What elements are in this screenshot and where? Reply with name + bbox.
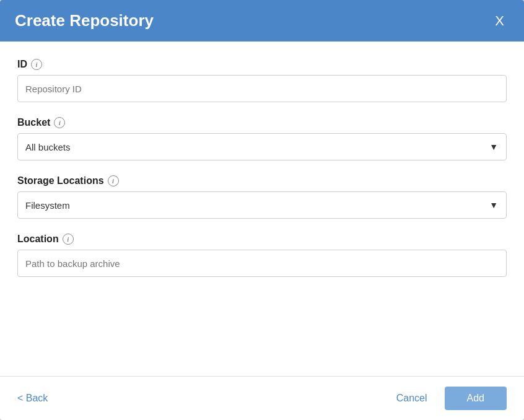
id-info-icon: i [31,59,42,70]
add-button[interactable]: Add [445,387,507,410]
close-button[interactable]: X [490,12,509,30]
bucket-info-icon: i [54,117,65,128]
id-input[interactable] [17,75,507,102]
storage-label: Storage Locations i [17,175,507,186]
storage-select[interactable]: Filesystem [17,191,507,219]
cancel-button[interactable]: Cancel [386,388,437,409]
storage-form-group: Storage Locations i Filesystem ▼ [17,175,507,219]
bucket-select[interactable]: All buckets [17,133,507,160]
storage-info-icon: i [108,175,119,186]
location-input[interactable] [17,250,507,277]
storage-select-wrapper: Filesystem ▼ [17,191,507,219]
location-form-group: Location i [17,234,507,277]
footer-actions: Cancel Add [386,387,507,410]
bucket-select-wrapper: All buckets ▼ [17,133,507,160]
location-info-icon: i [63,234,74,245]
back-button[interactable]: < Back [17,390,48,406]
dialog-header: Create Repository X [0,0,524,42]
dialog-title: Create Repository [15,11,154,30]
dialog-body: ID i Bucket i All buckets ▼ Storage Loca… [0,42,524,376]
location-label: Location i [17,234,507,245]
id-form-group: ID i [17,59,507,102]
bucket-label: Bucket i [17,117,507,128]
create-repository-dialog: Create Repository X ID i Bucket i All bu… [0,0,524,420]
id-label: ID i [17,59,507,70]
bucket-form-group: Bucket i All buckets ▼ [17,117,507,160]
dialog-footer: < Back Cancel Add [0,376,524,420]
